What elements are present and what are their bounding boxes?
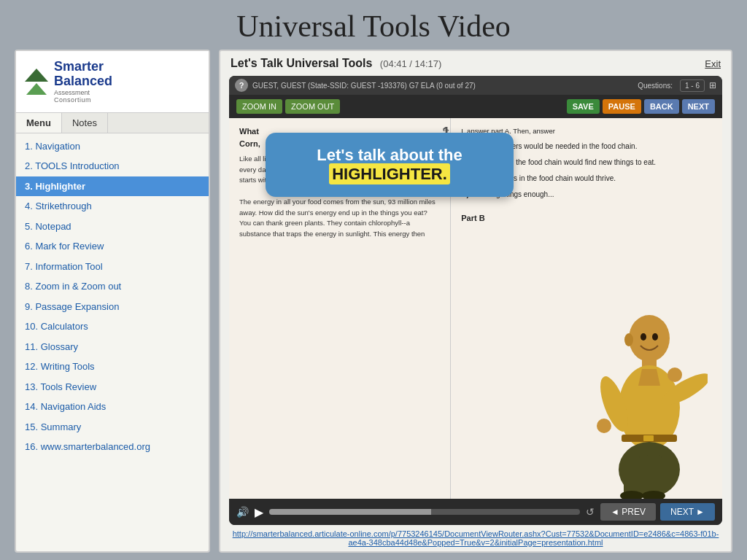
page-title: Universal Tools Video — [0, 0, 747, 50]
logo-consortium: Consortium — [54, 96, 112, 104]
user-info: GUEST, GUEST (State-SSID: GUEST -193376)… — [252, 82, 633, 90]
expand-arrows[interactable]: ↔ — [441, 124, 451, 136]
expand-icon: ⊞ — [709, 80, 716, 90]
menu-item-7[interactable]: 7. Information Tool — [16, 257, 209, 277]
svg-marker-3 — [638, 369, 660, 386]
menu-item-6[interactable]: 6. Mark for Review — [16, 236, 209, 257]
svg-point-17 — [624, 333, 633, 346]
next-button[interactable]: NEXT — [682, 99, 715, 114]
tab-menu[interactable]: Menu — [16, 113, 62, 133]
questions-range: 1 - 6 — [680, 79, 705, 92]
menu-item-15[interactable]: 15. Summary — [16, 417, 209, 438]
back-button[interactable]: BACK — [644, 99, 679, 114]
pause-button[interactable]: PAUSE — [603, 99, 641, 114]
inner-toolbar: ? GUEST, GUEST (State-SSID: GUEST -19337… — [229, 76, 722, 95]
video-timestamp: (04:41 / 14:17) — [380, 58, 442, 69]
menu-item-16[interactable]: 16. www.smarterbalanced.org — [16, 437, 209, 457]
speech-bubble: Let's talk about the HIGHLIGHTER. — [266, 133, 514, 197]
progress-fill — [269, 509, 431, 515]
svg-rect-11 — [624, 455, 640, 495]
video-title: Let's Talk Universal Tools — [231, 57, 372, 69]
questions-label: Questions: — [638, 82, 673, 90]
video-header: Let's Talk Universal Tools (04:41 / 14:1… — [220, 51, 731, 76]
speech-line2: HIGHLIGHTER. — [282, 165, 498, 184]
part-b-label: Part B — [461, 212, 712, 225]
speech-highlighted: HIGHLIGHTER. — [329, 163, 450, 184]
right-panel: Let's Talk Universal Tools (04:41 / 14:1… — [219, 50, 732, 553]
menu-item-10[interactable]: 10. Calculators — [16, 316, 209, 337]
video-bottom-bar: 🔊 ▶ ↺ ◄ PREV NEXT ► — [229, 499, 722, 525]
volume-icon[interactable]: 🔊 — [236, 506, 249, 518]
video-area: ? GUEST, GUEST (State-SSID: GUEST -19337… — [229, 76, 722, 525]
logo-icon — [25, 69, 48, 95]
save-button[interactable]: SAVE — [567, 99, 600, 114]
svg-rect-9 — [643, 435, 654, 441]
left-panel: Smarter Balanced Assessment Consortium M… — [15, 50, 210, 553]
progress-bar[interactable] — [269, 509, 580, 515]
menu-item-12[interactable]: 12. Writing Tools — [16, 357, 209, 377]
svg-point-16 — [652, 333, 658, 341]
tab-notes[interactable]: Notes — [62, 113, 108, 133]
next-nav-button[interactable]: NEXT ► — [660, 503, 715, 521]
menu-item-2[interactable]: 2. TOOLS Introduction — [16, 156, 209, 176]
svg-point-6 — [667, 368, 682, 382]
svg-point-15 — [640, 333, 646, 341]
video-content: WhatCorn, Like all living things, you ne… — [229, 118, 722, 499]
exit-button[interactable]: Exit — [705, 58, 721, 69]
svg-rect-12 — [646, 455, 662, 495]
menu-item-13[interactable]: 13. Tools Review — [16, 377, 209, 397]
zoom-in-button[interactable]: ZOOM IN — [236, 99, 282, 114]
nav-tabs: Menu Notes — [16, 113, 209, 133]
speech-line1: Let's talk about the — [282, 146, 498, 165]
footer-link[interactable]: http://smarterbalanced.articulate-online… — [220, 525, 731, 551]
menu-item-1[interactable]: 1. Navigation — [16, 136, 209, 157]
menu-item-4[interactable]: 4. Strikethrough — [16, 196, 209, 217]
prev-button[interactable]: ◄ PREV — [600, 503, 656, 521]
logo-smarter: Smarter — [54, 60, 112, 74]
help-icon[interactable]: ? — [235, 79, 248, 92]
menu-item-3[interactable]: 3. Highlighter — [16, 176, 209, 197]
replay-icon[interactable]: ↺ — [586, 506, 595, 518]
zoom-toolbar: ZOOM IN ZOOM OUT SAVE PAUSE BACK NEXT — [229, 95, 722, 118]
play-button[interactable]: ▶ — [255, 505, 263, 519]
menu-item-5[interactable]: 5. Notepad — [16, 217, 209, 237]
logo-balanced: Balanced — [54, 74, 112, 89]
menu-item-9[interactable]: 9. Passage Expansion — [16, 297, 209, 317]
menu-list: 1. Navigation 2. TOOLS Introduction 3. H… — [16, 133, 209, 551]
logo-assessment: Assessment — [54, 89, 112, 96]
menu-item-8[interactable]: 8. Zoom in & Zoom out — [16, 276, 209, 297]
zoom-out-button[interactable]: ZOOM OUT — [285, 99, 340, 114]
menu-item-14[interactable]: 14. Navigation Aids — [16, 397, 209, 417]
menu-item-11[interactable]: 11. Glossary — [16, 337, 209, 357]
svg-point-0 — [629, 315, 670, 362]
character-illustration — [562, 309, 708, 499]
svg-point-7 — [597, 419, 611, 433]
logo-area: Smarter Balanced Assessment Consortium — [16, 51, 209, 113]
